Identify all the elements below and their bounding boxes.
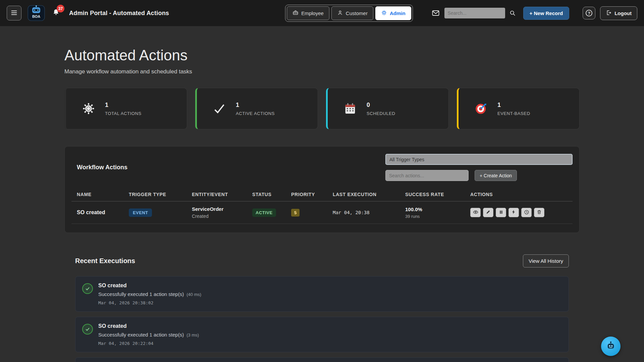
trigger-type-select[interactable]: All Trigger Types [385,154,573,165]
column-header-actions: ACTIONS [470,192,573,197]
execution-name: SO created [98,323,199,329]
view-all-history-button[interactable]: View All History [523,254,569,267]
stat-card-event-based: 1 EVENT-BASED [457,88,580,129]
pencil-icon [486,209,491,216]
priority-badge: 5 [291,209,300,217]
stat-label: SCHEDULED [367,111,395,116]
chat-fab[interactable] [601,337,621,356]
history-button[interactable] [521,208,532,217]
table-row: SO created EVENT ServiceOrder Created AC… [71,201,573,224]
execution-item: SO created [75,357,569,362]
tab-admin[interactable]: Admin [375,6,411,20]
menu-button[interactable] [7,6,21,20]
notification-badge: 37 [57,5,64,12]
logout-icon [606,10,612,17]
column-header-success-rate: SUCCESS RATE [405,192,470,197]
pause-icon [499,210,503,216]
question-icon: ? [586,10,592,16]
stat-card-scheduled: 0 SCHEDULED [326,88,449,129]
row-actions [470,208,573,217]
new-record-button[interactable]: + New Record [523,7,570,20]
success-rate: 100.0% [405,206,470,212]
gear-icon [81,101,96,116]
portal-tabs: Employee Customer Admin [285,5,413,22]
stat-label: ACTIVE ACTIONS [236,111,275,116]
target-icon [473,101,489,116]
execution-message: Successfully executed 1 action step(s) [98,291,184,297]
person-icon [337,10,343,17]
execution-timestamp: Mar 04, 2026 20:22:04 [98,341,199,346]
column-header-status: STATUS [252,192,291,197]
help-button[interactable]: ? [583,7,595,19]
top-navbar: BOA 37 Admin Portal - Automated Actions … [0,0,644,26]
page-title: Automated Actions [64,47,580,64]
view-button[interactable] [470,208,481,217]
search-icon[interactable] [509,10,516,16]
stat-value: 1 [236,102,275,109]
logout-button[interactable]: Logout [600,6,637,20]
eye-icon [473,209,478,216]
tab-employee[interactable]: Employee [287,6,329,20]
briefcase-icon [292,10,299,17]
run-count: 39 runs [405,214,470,219]
column-header-entity-event: ENTITY/EVENT [192,192,252,197]
calendar-icon [342,101,358,116]
navbar-right-cluster: + New Record ? Logout [432,6,637,20]
execution-timestamp: Mar 04, 2026 20:38:02 [98,300,201,305]
chatbot-icon [605,341,616,352]
page-subtitle: Manage workflow automation and scheduled… [64,68,580,75]
executions-list: SO created Successfully executed 1 actio… [75,276,569,362]
gear-icon [381,10,387,17]
success-check-icon [82,283,93,294]
stat-card-active-actions: 1 ACTIVE ACTIONS [195,88,318,129]
workflow-controls: All Trigger Types + Create Action [385,154,573,181]
stat-value: 1 [497,102,530,109]
column-header-trigger-type: TRIGGER TYPE [129,192,192,197]
tab-customer-label: Customer [346,10,368,16]
navbar-title: Admin Portal - Automated Actions [69,10,169,17]
tab-employee-label: Employee [301,10,324,16]
execution-duration: (40 ms) [186,292,201,297]
stat-value: 1 [105,102,142,109]
edit-button[interactable] [483,208,493,217]
execution-item: SO created Successfully executed 1 actio… [75,276,569,312]
stat-value: 0 [367,102,395,109]
logout-label: Logout [614,10,632,16]
notifications-button[interactable]: 37 [51,8,61,18]
mail-icon[interactable] [432,9,440,17]
entity-name: ServiceOrder [192,206,252,212]
svg-text:BOA: BOA [32,14,40,18]
stats-row: 1 TOTAL ACTIONS 1 ACTIVE ACTIONS 0 SCHED… [64,88,580,129]
stat-label: TOTAL ACTIONS [105,111,142,116]
execution-duration: (3 ms) [186,333,199,338]
action-name: SO created [77,209,129,216]
execution-item: SO created Successfully executed 1 actio… [75,317,569,352]
lightning-icon [511,209,516,216]
tab-admin-label: Admin [390,10,406,16]
workflow-panel-title: Workflow Actions [77,164,127,171]
execution-name: SO created [98,283,201,289]
check-icon [212,101,227,116]
status-badge: ACTIVE [252,208,276,217]
success-check-icon [82,324,93,335]
workflow-table: NAME TRIGGER TYPE ENTITY/EVENT STATUS PR… [71,192,573,224]
execution-message: Successfully executed 1 action step(s) [98,332,184,338]
recent-executions-title: Recent Executions [75,257,135,265]
event-name: Created [192,214,252,219]
trigger-button[interactable] [508,208,519,217]
navbar-search-input[interactable] [444,8,505,18]
main-content: Automated Actions Manage workflow automa… [64,26,580,362]
stat-card-total-actions: 1 TOTAL ACTIONS [64,88,187,129]
delete-button[interactable] [534,208,544,217]
column-header-priority: PRIORITY [291,192,333,197]
column-header-name: NAME [77,192,129,197]
column-header-last-execution: LAST EXECUTION [333,192,405,197]
stat-label: EVENT-BASED [497,111,530,116]
last-execution-time: Mar 04, 20:38 [333,210,405,215]
recent-executions-section: Recent Executions View All History SO cr… [64,254,580,362]
workflow-table-header: NAME TRIGGER TYPE ENTITY/EVENT STATUS PR… [71,192,573,201]
tab-customer[interactable]: Customer [331,6,373,20]
create-action-button[interactable]: + Create Action [475,170,517,181]
pause-button[interactable] [496,208,506,217]
actions-search-input[interactable] [385,170,469,181]
